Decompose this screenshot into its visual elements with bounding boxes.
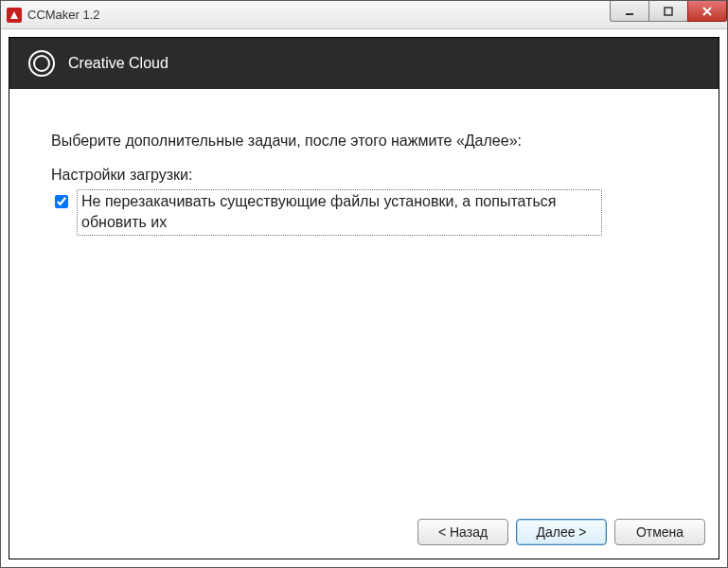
- minimize-icon: [624, 6, 635, 17]
- window-controls: [611, 1, 727, 22]
- body-area: Выберите дополнительные задачи, после эт…: [9, 89, 719, 506]
- maximize-button[interactable]: [648, 1, 688, 22]
- header-title: Creative Cloud: [68, 55, 169, 72]
- cancel-button[interactable]: Отмена: [614, 519, 705, 545]
- option-row: Не перезакачивать существующие файлы уст…: [51, 189, 677, 236]
- back-button[interactable]: < Назад: [417, 519, 508, 545]
- window-title: CCMaker 1.2: [27, 8, 100, 22]
- download-settings-label: Настройки загрузки:: [51, 167, 677, 184]
- content-frame: Creative Cloud Выберите дополнительные з…: [9, 37, 719, 559]
- option1-checkbox[interactable]: [55, 195, 68, 208]
- creative-cloud-icon: [28, 50, 55, 77]
- next-button[interactable]: Далее >: [516, 519, 607, 545]
- maximize-icon: [663, 6, 674, 17]
- titlebar: CCMaker 1.2: [1, 1, 727, 29]
- svg-rect-0: [626, 13, 633, 15]
- svg-rect-1: [665, 8, 672, 15]
- close-button[interactable]: [687, 1, 727, 22]
- app-window: CCMaker 1.2 Creative Cloud Выберите допо…: [0, 0, 728, 568]
- instruction-text: Выберите дополнительные задачи, после эт…: [51, 133, 677, 150]
- close-icon: [701, 6, 713, 17]
- minimize-button[interactable]: [610, 1, 649, 22]
- header-band: Creative Cloud: [9, 38, 719, 89]
- app-icon: [7, 8, 22, 23]
- option1-text[interactable]: Не перезакачивать существующие файлы уст…: [77, 189, 602, 236]
- footer: < Назад Далее > Отмена: [9, 506, 719, 559]
